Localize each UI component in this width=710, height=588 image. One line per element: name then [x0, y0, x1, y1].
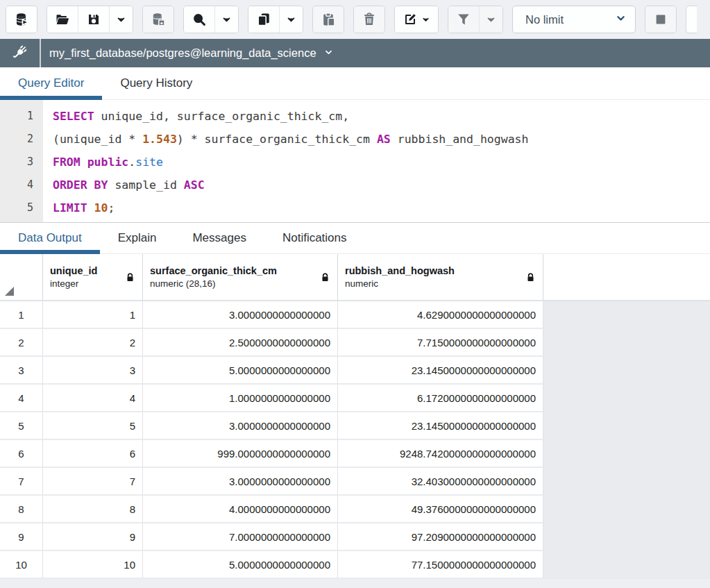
sql-code-line: SELECT unique_id, surface_organic_thick_… [53, 105, 710, 128]
connection-bar: my_first_database/postgres@learning_data… [0, 39, 710, 67]
query-tool-group [6, 6, 37, 33]
table-row: 441.00000000000000006.172000000000000000… [0, 385, 710, 412]
chevron-down-icon [422, 16, 430, 24]
data-cell[interactable]: 9 [43, 523, 143, 551]
data-cell[interactable]: 1 [43, 301, 143, 329]
tab-notifications[interactable]: Notifications [264, 223, 365, 253]
data-cell[interactable]: 9248.7420000000000000000 [338, 440, 543, 468]
open-file-button[interactable] [47, 6, 78, 33]
file-group [47, 6, 133, 33]
data-cell[interactable]: 32.4030000000000000000 [338, 468, 543, 496]
column-header-unique_id[interactable]: unique_idinteger [43, 254, 143, 300]
data-cell[interactable]: 23.1450000000000000000 [338, 357, 543, 385]
data-cell[interactable]: 3.0000000000000000 [143, 301, 338, 329]
tab-query-history[interactable]: Query History [102, 67, 210, 99]
filter-icon [457, 12, 471, 26]
data-cell[interactable]: 4.6290000000000000000 [338, 301, 543, 329]
lock-icon [320, 272, 330, 283]
line-number: 5 [0, 196, 33, 219]
line-number-gutter: 12345 [0, 100, 43, 222]
save-file-button[interactable] [78, 6, 110, 33]
data-cell[interactable]: 5.0000000000000000 [143, 357, 338, 385]
open-query-tool-button[interactable] [6, 6, 37, 33]
column-header-rubbish_and_hogwash[interactable]: rubbish_and_hogwashnumeric [338, 254, 543, 300]
data-cell[interactable]: 6.1720000000000000000 [338, 385, 543, 412]
connection-selector[interactable]: my_first_database/postgres@learning_data… [41, 47, 333, 60]
data-cell[interactable]: 7 [43, 468, 143, 496]
copy-group [248, 6, 303, 33]
data-cell[interactable]: 5.0000000000000000 [143, 551, 338, 579]
table-row: 113.00000000000000004.629000000000000000… [0, 301, 710, 329]
trash-icon [362, 12, 376, 26]
table-row: 66999.00000000000000009248.7420000000000… [0, 440, 710, 468]
connection-status-cell [0, 39, 41, 67]
tab-messages[interactable]: Messages [174, 223, 264, 253]
plug-icon [12, 44, 28, 62]
row-number-cell[interactable]: 4 [0, 385, 43, 412]
data-cell[interactable]: 1.0000000000000000 [143, 385, 338, 412]
row-number-cell[interactable]: 3 [0, 357, 43, 385]
column-type: integer [50, 278, 121, 289]
data-cell[interactable]: 8 [43, 496, 143, 523]
tab-data-output[interactable]: Data Output [0, 223, 100, 253]
row-number-cell[interactable]: 2 [0, 329, 43, 357]
find-options-dropdown[interactable] [215, 6, 238, 33]
sql-editor-input[interactable]: 12345 SELECT unique_id, surface_organic_… [0, 100, 710, 223]
data-cell[interactable]: 77.1500000000000000000 [338, 551, 543, 579]
column-header-surface_organic_thick_cm[interactable]: surface_organic_thick_cmnumeric (28,16) [143, 254, 338, 300]
stop-query-button[interactable] [645, 6, 676, 33]
select-all-corner[interactable] [0, 254, 43, 300]
sql-code: SELECT unique_id, surface_organic_thick_… [43, 100, 710, 222]
row-number-cell[interactable]: 6 [0, 440, 43, 468]
data-cell[interactable]: 49.3760000000000000000 [338, 496, 543, 523]
row-number-cell[interactable]: 10 [0, 551, 43, 579]
table-row: 335.000000000000000023.14500000000000000… [0, 357, 710, 385]
editor-tabbar: Query EditorQuery History [0, 67, 710, 100]
column-header-text: unique_idinteger [50, 265, 121, 289]
chevron-down-icon [324, 47, 333, 60]
data-cell[interactable]: 3.0000000000000000 [143, 468, 338, 496]
data-cell[interactable]: 999.0000000000000000 [143, 440, 338, 468]
copy-options-dropdown[interactable] [280, 6, 303, 33]
data-cell[interactable]: 4.0000000000000000 [143, 496, 338, 523]
row-limit-select[interactable]: No limit [512, 6, 636, 33]
row-number-cell[interactable]: 5 [0, 412, 43, 440]
copy-button[interactable] [248, 6, 280, 33]
data-cell[interactable]: 2.5000000000000000 [143, 329, 338, 357]
stop-group [645, 6, 677, 33]
paste-button[interactable] [313, 6, 344, 33]
filter-button[interactable] [448, 6, 480, 33]
data-cell[interactable]: 7.0000000000000000 [143, 523, 338, 551]
edit-options-dropdown[interactable] [395, 6, 438, 33]
save-data-changes-button[interactable] [143, 6, 174, 33]
find-button[interactable] [184, 6, 215, 33]
data-cell[interactable]: 3 [43, 357, 143, 385]
tab-explain[interactable]: Explain [100, 223, 175, 253]
data-cell[interactable]: 23.1450000000000000000 [338, 412, 543, 440]
delete-group [353, 6, 385, 33]
data-cell[interactable]: 6 [43, 440, 143, 468]
tab-query-editor[interactable]: Query Editor [0, 67, 102, 99]
column-header-text: rubbish_and_hogwashnumeric [345, 265, 521, 289]
row-number-cell[interactable]: 1 [0, 301, 43, 329]
delete-button[interactable] [354, 6, 384, 33]
row-number-cell[interactable]: 7 [0, 468, 43, 496]
save-options-dropdown[interactable] [110, 6, 133, 33]
column-type: numeric [345, 278, 521, 289]
execute-button-partial[interactable] [686, 6, 697, 33]
data-cell[interactable]: 7.7150000000000000000 [338, 329, 543, 357]
data-cell[interactable]: 2 [43, 329, 143, 357]
toolbar: No limit [0, 0, 710, 39]
chevron-down-icon [222, 15, 231, 24]
data-cell[interactable]: 10 [43, 551, 143, 579]
data-cell[interactable]: 97.2090000000000000000 [338, 523, 543, 551]
row-number-cell[interactable]: 8 [0, 496, 43, 523]
stop-icon [654, 12, 668, 26]
data-cell[interactable]: 3.0000000000000000 [143, 412, 338, 440]
filter-options-dropdown[interactable] [480, 6, 502, 33]
row-number-cell[interactable]: 9 [0, 523, 43, 551]
grid-header-filler [543, 254, 710, 300]
database-play-icon [15, 12, 28, 26]
data-cell[interactable]: 5 [43, 412, 143, 440]
data-cell[interactable]: 4 [43, 385, 143, 412]
